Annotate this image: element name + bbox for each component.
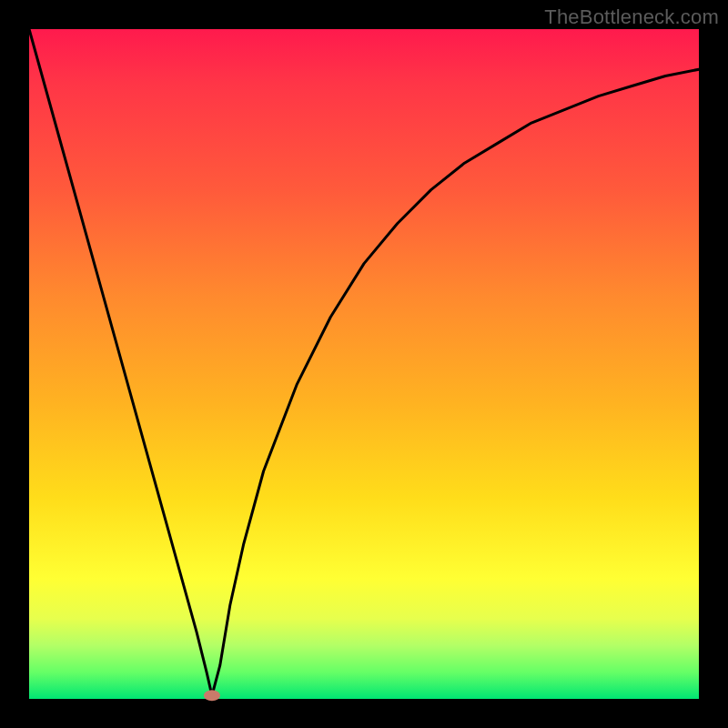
plot-area bbox=[29, 29, 699, 699]
chart-svg bbox=[29, 29, 699, 699]
chart-frame: TheBottleneck.com bbox=[0, 0, 728, 728]
watermark-text: TheBottleneck.com bbox=[544, 5, 719, 29]
optimal-point-marker bbox=[204, 690, 220, 701]
bottleneck-curve bbox=[29, 29, 699, 695]
